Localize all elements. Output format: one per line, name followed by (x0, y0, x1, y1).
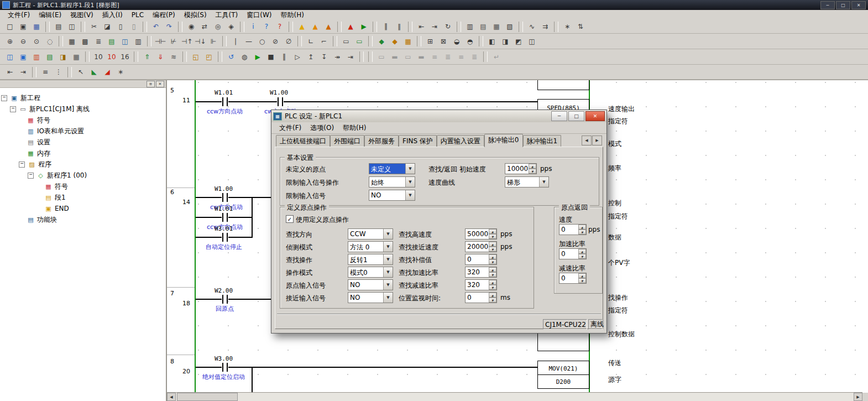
spin-down-icon[interactable] (489, 285, 496, 290)
toolbar-icon[interactable]: ◌ (43, 35, 56, 48)
spin-down-icon[interactable] (529, 169, 536, 174)
toolbar-icon[interactable]: ◈ (224, 20, 238, 33)
toolbar-icon[interactable]: ▭ (353, 35, 366, 48)
toolbar-icon[interactable]: ⊬ (167, 35, 180, 48)
toolbar-icon[interactable]: ∗ (114, 66, 127, 79)
search-operation-dropdown[interactable]: 反转1 (348, 254, 393, 265)
toolbar-icon[interactable]: ? (260, 20, 273, 33)
dock-icon[interactable] (147, 81, 155, 87)
toolbar-icon[interactable]: ⊕ (3, 35, 17, 48)
toolbar-icon[interactable]: ▦ (65, 35, 79, 48)
minimize-button[interactable]: ─ (820, 1, 835, 9)
chevron-down-icon[interactable] (383, 293, 393, 303)
toolbar-icon[interactable]: ◉ (185, 20, 198, 33)
tree-item-function-blocks[interactable]: 功能块 (0, 214, 166, 225)
toolbar-icon[interactable]: ▣ (17, 20, 30, 33)
toolbar-icon[interactable]: ⊣↑ (180, 35, 194, 48)
spin-up-icon[interactable] (489, 229, 496, 234)
toolbar-icon[interactable]: ▥ (132, 35, 145, 48)
toolbar-icon[interactable]: ◓ (463, 35, 477, 48)
spin-up-icon[interactable] (489, 242, 496, 247)
toolbar-icon[interactable]: ▲ (295, 20, 308, 33)
toolbar-icon[interactable]: ▥ (463, 20, 477, 33)
chevron-down-icon[interactable] (405, 164, 415, 174)
toolbar-icon[interactable]: ▧ (503, 20, 516, 33)
toolbar-icon[interactable]: ⇄ (198, 20, 211, 33)
spin-down-icon[interactable] (489, 272, 496, 277)
undefined-origin-dropdown[interactable]: 未定义 (369, 163, 415, 174)
scroll-left-icon[interactable] (167, 393, 176, 401)
spin-down-icon[interactable] (578, 254, 586, 259)
toolbar-icon[interactable]: ⇤ (415, 20, 428, 33)
toolbar-icon[interactable]: ⇥ (344, 50, 357, 63)
toolbar-icon[interactable]: ↷ (163, 20, 176, 33)
tab-builtin-input[interactable]: 内置输入设置 (437, 135, 484, 147)
return-decel-spinner[interactable]: 0 (559, 273, 587, 284)
spin-up-icon[interactable] (578, 249, 586, 254)
toolbar-icon[interactable]: ▣ (17, 50, 30, 63)
close-button[interactable]: ✕ (851, 1, 866, 9)
toolbar-icon[interactable]: ≣ (92, 35, 105, 48)
toolbar-icon[interactable]: ≡ (454, 50, 468, 63)
mov-operand-cell[interactable]: D200 (537, 374, 589, 389)
spin-down-icon[interactable] (489, 298, 496, 303)
toolbar-icon[interactable]: — (242, 35, 255, 48)
collapse-icon[interactable] (1, 95, 7, 101)
tree-item-end[interactable]: END (0, 203, 166, 214)
spin-down-icon[interactable] (578, 278, 586, 283)
toolbar-icon[interactable]: ▲ (308, 20, 322, 33)
toolbar-icon[interactable]: ⌐ (317, 35, 331, 48)
chevron-down-icon[interactable] (383, 242, 393, 252)
toolbar-icon[interactable]: ≡ (428, 50, 441, 63)
restore-button[interactable]: □ (836, 1, 850, 9)
toolbar-icon[interactable]: ↵ (490, 50, 503, 63)
no-contact[interactable] (271, 97, 290, 106)
toolbar-icon[interactable]: ◱ (189, 50, 202, 63)
toolbar-icon[interactable]: ↠ (331, 50, 344, 63)
tree-item-program-symbols[interactable]: 符号 (0, 181, 166, 192)
scroll-track[interactable] (176, 393, 854, 401)
toolbar-icon[interactable]: i (247, 20, 260, 33)
search-accel-spinner[interactable]: 320 (465, 267, 497, 278)
return-accel-spinner[interactable]: 0 (559, 248, 587, 259)
toolbar-icon[interactable]: ◧ (485, 35, 499, 48)
toolbar-icon[interactable]: ⇉ (538, 20, 552, 33)
toolbar-icon[interactable]: ◩ (512, 35, 525, 48)
toolbar-icon[interactable]: ↺ (224, 50, 238, 63)
toolbar-icon[interactable]: ⊙ (30, 35, 43, 48)
tree-item-project[interactable]: 新工程 (0, 92, 166, 103)
toolbar-icon[interactable]: ▬ (388, 50, 401, 63)
spin-down-icon[interactable] (578, 230, 586, 235)
search-approach-speed-spinner[interactable]: 20000 (465, 241, 497, 252)
toolbar-icon[interactable]: ▬ (415, 50, 428, 63)
menu-item[interactable]: 工具(T) (211, 10, 243, 20)
close-panel-icon[interactable] (156, 81, 164, 87)
dialog-maximize-button[interactable] (568, 111, 584, 121)
toolbar-icon[interactable]: ◎ (211, 20, 224, 33)
toolbar-icon[interactable]: ✂ (87, 20, 101, 33)
toolbar-icon[interactable]: ⊣↓ (194, 35, 207, 48)
toolbar-icon[interactable]: ? (273, 20, 286, 33)
dialog-menu-item[interactable]: 帮助(H) (338, 123, 370, 133)
toolbar-icon[interactable]: ⊩ (207, 35, 220, 48)
toolbar-icon[interactable]: ◪ (101, 20, 114, 33)
tab-external-svc[interactable]: 外部服务 (364, 135, 399, 147)
toolbar-icon[interactable]: ▤ (477, 20, 490, 33)
origin-input-signal-dropdown[interactable]: NO (348, 279, 393, 290)
toolbar-icon[interactable]: ∅ (282, 35, 295, 48)
toolbar-icon[interactable]: ◫ (65, 20, 79, 33)
menu-item[interactable]: 帮助(H) (276, 10, 308, 20)
toolbar-icon[interactable]: ↖ (74, 66, 87, 79)
toolbar-icon[interactable]: ▤ (43, 50, 56, 63)
toolbar-icon[interactable]: □ (3, 20, 17, 33)
horizontal-scrollbar[interactable] (167, 392, 862, 401)
toolbar-icon[interactable]: ▭ (401, 50, 415, 63)
collapse-icon[interactable] (19, 162, 25, 168)
toolbar-icon[interactable]: 10 (92, 50, 105, 63)
toolbar-icon[interactable]: ▷ (291, 50, 304, 63)
mov-instruction-block[interactable]: MOV(021) (537, 361, 589, 376)
toolbar-icon[interactable]: ↶ (149, 20, 163, 33)
toolbar-icon[interactable]: ‖ (379, 20, 393, 33)
collapse-icon[interactable] (10, 106, 16, 112)
tree-item-programs[interactable]: 程序 (0, 159, 166, 170)
